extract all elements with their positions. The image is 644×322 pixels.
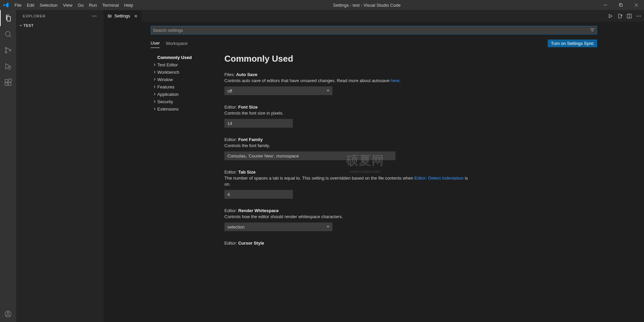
toc-text-editor[interactable]: Text Editor	[151, 61, 218, 68]
settings-toc: Commonly Used Text Editor Workbench Wind…	[151, 54, 218, 255]
fontfamily-input[interactable]	[224, 151, 395, 160]
svg-point-3	[5, 48, 7, 49]
toc-window[interactable]: Window	[151, 76, 218, 83]
chevron-right-icon	[152, 63, 157, 67]
activity-accounts-icon[interactable]	[0, 306, 16, 322]
menu-bar: File Edit Selection View Go Run Terminal…	[12, 0, 136, 10]
menu-go[interactable]: Go	[75, 0, 86, 10]
window-controls	[598, 0, 644, 10]
tab-label: Settings	[114, 13, 130, 18]
svg-point-4	[5, 52, 7, 53]
svg-rect-1	[620, 4, 623, 7]
autosave-select[interactable]: off	[224, 86, 332, 95]
menu-terminal[interactable]: Terminal	[100, 0, 121, 10]
activity-bar	[0, 10, 16, 322]
fontsize-input[interactable]	[224, 119, 293, 128]
folder-label: TEST	[23, 23, 34, 27]
explorer-header: EXPLORER	[16, 10, 104, 22]
svg-point-22	[640, 15, 641, 16]
chevron-right-icon	[152, 92, 157, 96]
editor-area: Settings User Workspace Turn on Settings…	[104, 10, 644, 322]
setting-editor-fontfamily: Editor: Font Family Controls the font fa…	[224, 137, 473, 160]
renderwhitespace-select[interactable]: selection	[224, 222, 332, 231]
vscode-logo-icon	[0, 2, 12, 8]
toc-features[interactable]: Features	[151, 83, 218, 90]
chevron-right-icon	[152, 107, 157, 111]
filter-icon[interactable]	[590, 27, 595, 33]
maximize-button[interactable]	[613, 0, 629, 10]
explorer-folder-test[interactable]: TEST	[17, 22, 102, 29]
chevron-down-icon	[18, 23, 23, 27]
svg-rect-7	[5, 79, 8, 82]
editor-actions	[608, 10, 644, 22]
chevron-right-icon	[152, 85, 157, 89]
menu-view[interactable]: View	[60, 0, 75, 10]
more-actions-icon[interactable]	[636, 13, 641, 19]
chevron-right-icon	[152, 70, 157, 74]
svg-point-2	[5, 31, 10, 36]
settings-scope-tabs: User Workspace Turn on Settings Sync	[151, 39, 597, 48]
chevron-right-icon	[152, 77, 157, 81]
setting-files-autosave: Files: Auto Save Controls auto save of e…	[224, 72, 473, 95]
menu-help[interactable]: Help	[121, 0, 136, 10]
explorer-sidebar: EXPLORER TEST	[16, 10, 104, 322]
minimize-button[interactable]	[598, 0, 613, 10]
svg-point-5	[9, 50, 11, 51]
scope-workspace-tab[interactable]: Workspace	[166, 39, 187, 48]
close-button[interactable]	[629, 0, 644, 10]
activity-explorer-icon[interactable]	[0, 10, 16, 26]
setting-editor-tabsize: Editor: Tab Size The number of spaces a …	[224, 170, 473, 199]
toc-workbench[interactable]: Workbench	[151, 68, 218, 76]
svg-rect-10	[9, 79, 11, 82]
chevron-right-icon	[152, 100, 157, 104]
autosave-here-link[interactable]: here	[391, 78, 399, 83]
setting-editor-fontsize: Editor: Font Size Controls the font size…	[224, 105, 473, 128]
svg-point-17	[110, 15, 111, 16]
setting-editor-renderwhitespace: Editor: Render Whitespace Controls how t…	[224, 208, 473, 231]
setting-editor-cursorstyle: Editor: Cursor Style	[224, 241, 473, 246]
menu-selection[interactable]: Selection	[37, 0, 60, 10]
toc-application[interactable]: Application	[151, 90, 218, 98]
scope-user-tab[interactable]: User	[151, 39, 160, 48]
svg-point-20	[637, 15, 637, 16]
settings-editor: User Workspace Turn on Settings Sync Com…	[104, 22, 644, 322]
toc-extensions[interactable]: Extensions	[151, 105, 218, 113]
svg-point-21	[638, 15, 639, 16]
activity-extensions-icon[interactable]	[0, 74, 16, 90]
tab-settings[interactable]: Settings	[104, 10, 142, 22]
svg-point-13	[92, 15, 93, 16]
settings-heading: Commonly Used	[224, 54, 597, 64]
svg-point-14	[94, 15, 95, 16]
title-bar: File Edit Selection View Go Run Terminal…	[0, 0, 644, 10]
detect-indentation-link[interactable]: Editor: Detect Indentation	[414, 176, 464, 181]
tab-close-icon[interactable]	[133, 14, 138, 18]
toc-commonly-used[interactable]: Commonly Used	[151, 54, 218, 61]
tabsize-input[interactable]	[224, 190, 293, 199]
settings-sync-button[interactable]: Turn on Settings Sync	[548, 40, 597, 47]
svg-point-15	[96, 15, 96, 16]
menu-run[interactable]: Run	[86, 0, 100, 10]
svg-point-12	[7, 312, 9, 314]
menu-file[interactable]: File	[12, 0, 24, 10]
explorer-more-icon[interactable]	[92, 13, 97, 19]
menu-edit[interactable]: Edit	[24, 0, 37, 10]
settings-icon	[107, 13, 112, 19]
activity-run-debug-icon[interactable]	[0, 58, 16, 74]
svg-point-18	[109, 16, 110, 17]
window-title: Settings - test - Visual Studio Code	[136, 3, 598, 8]
explorer-title: EXPLORER	[23, 14, 92, 18]
activity-source-control-icon[interactable]	[0, 42, 16, 58]
open-settings-json-icon[interactable]	[617, 13, 623, 19]
activity-search-icon[interactable]	[0, 26, 16, 42]
svg-rect-8	[5, 83, 8, 85]
split-editor-icon[interactable]	[627, 13, 632, 19]
svg-point-16	[108, 14, 109, 15]
tab-bar: Settings	[104, 10, 644, 22]
settings-search-input[interactable]	[151, 26, 597, 35]
toc-security[interactable]: Security	[151, 98, 218, 105]
svg-rect-9	[8, 83, 11, 85]
settings-list: Commonly Used Files: Auto Save Controls …	[224, 54, 597, 255]
run-icon[interactable]	[608, 13, 613, 19]
